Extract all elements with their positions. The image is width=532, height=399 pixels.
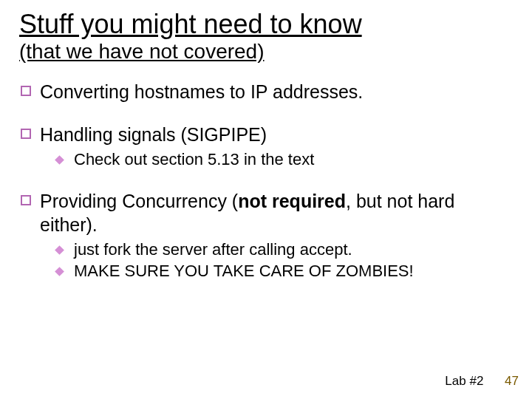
sub-bullet-list: just fork the server after calling accep… xyxy=(40,239,513,282)
sub-bullet-item: just fork the server after calling accep… xyxy=(40,239,513,260)
sub-bullet-text: Check out section 5.13 in the text xyxy=(74,150,314,168)
page-number: 47 xyxy=(505,374,519,388)
slide-footer: Lab #2 47 xyxy=(445,374,519,389)
footer-label: Lab #2 xyxy=(445,374,483,388)
bullet-list: Converting hostnames to IP addresses. Ha… xyxy=(19,80,513,282)
sub-bullet-text: just fork the server after calling accep… xyxy=(74,240,352,259)
bullet-text-strong: not required xyxy=(238,191,346,211)
bullet-item: Converting hostnames to IP addresses. xyxy=(19,80,513,103)
bullet-text-pre: Providing Concurrency ( xyxy=(40,191,238,211)
slide: Stuff you might need to know (that we ha… xyxy=(0,0,532,399)
sub-bullet-text: MAKE SURE YOU TAKE CARE OF ZOMBIES! xyxy=(74,262,414,280)
bullet-item: Providing Concurrency (not required, but… xyxy=(19,189,513,282)
sub-bullet-item: Check out section 5.13 in the text xyxy=(40,149,513,170)
bullet-text: Converting hostnames to IP addresses. xyxy=(40,81,363,102)
bullet-text: Handling signals (SIGPIPE) xyxy=(40,124,267,145)
sub-bullet-item: MAKE SURE YOU TAKE CARE OF ZOMBIES! xyxy=(40,261,513,282)
slide-subtitle: (that we have not covered) xyxy=(19,41,513,62)
slide-title: Stuff you might need to know xyxy=(19,10,513,39)
bullet-item: Handling signals (SIGPIPE) Check out sec… xyxy=(19,123,513,170)
sub-bullet-list: Check out section 5.13 in the text xyxy=(40,149,513,170)
